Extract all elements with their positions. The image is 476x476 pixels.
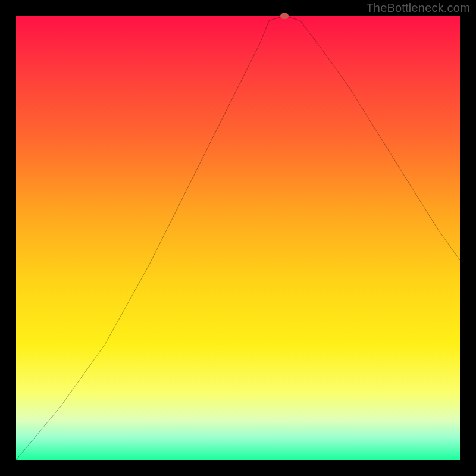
chart-container: TheBottleneck.com	[0, 0, 476, 476]
minimum-marker	[280, 13, 289, 19]
curve-path	[16, 16, 460, 460]
watermark-text: TheBottleneck.com	[366, 1, 470, 15]
bottleneck-curve	[16, 16, 460, 460]
plot-area	[16, 16, 460, 460]
